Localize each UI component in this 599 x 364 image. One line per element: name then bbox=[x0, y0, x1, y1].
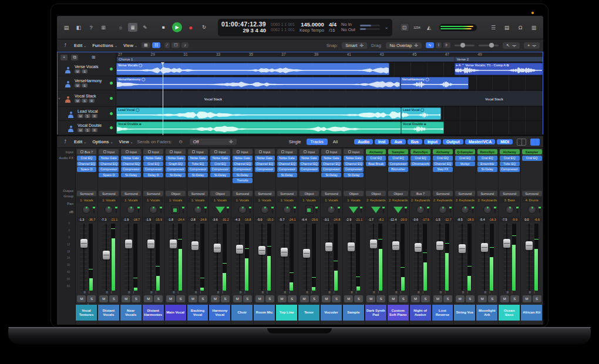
mute-button[interactable]: M bbox=[366, 295, 375, 302]
mute-button[interactable]: M bbox=[166, 295, 175, 302]
inspector-icon[interactable]: ◧ bbox=[74, 23, 83, 32]
fx-slot[interactable]: Channel EQ bbox=[77, 161, 97, 167]
fader-cap[interactable] bbox=[392, 241, 399, 250]
sends-power-icon[interactable]: ⏻ bbox=[176, 137, 186, 146]
browsers-icon[interactable]: ▥ bbox=[529, 23, 539, 32]
solo-button[interactable]: S bbox=[82, 83, 88, 87]
filter-output-button[interactable]: Output bbox=[443, 139, 463, 144]
volume-fader[interactable] bbox=[124, 224, 132, 291]
peak-db-value[interactable]: -9.9 bbox=[510, 217, 519, 222]
channel-strip[interactable]: Input Noise GateChannel EQCompressorSt-D… bbox=[231, 148, 254, 325]
mute-button[interactable]: M bbox=[500, 295, 509, 302]
fader-cap[interactable] bbox=[325, 242, 332, 251]
volume-fader[interactable] bbox=[102, 224, 110, 291]
input-monitor-letter[interactable]: I bbox=[267, 291, 267, 295]
group-slot[interactable]: 1: Vocals bbox=[143, 197, 163, 203]
output-slot[interactable]: Surround bbox=[77, 191, 97, 196]
region[interactable]: Lead Vocal ◯ bbox=[401, 107, 441, 120]
input-slot[interactable]: Sampler bbox=[522, 149, 542, 154]
group-slot[interactable]: 2: Keyboards bbox=[388, 197, 408, 203]
channel-strip[interactable]: Input Noise GateChannel EQCompressorSt-D… bbox=[276, 148, 298, 325]
edit-tool-button-1[interactable]: ☐ bbox=[171, 42, 180, 48]
fx-slot[interactable]: Channel EQ bbox=[121, 161, 141, 167]
input-slot[interactable]: Input bbox=[344, 149, 364, 154]
fader-cap[interactable] bbox=[303, 249, 310, 258]
channel-strip[interactable]: Input Noise GateChannel EQCompressor Obj… bbox=[298, 148, 321, 325]
channel-strip[interactable]: Alchemy Cnsl EQBeat Break Object 2: Keyb… bbox=[365, 148, 388, 325]
fader-cap[interactable] bbox=[348, 242, 355, 251]
channel-name-plate[interactable]: Choir bbox=[231, 305, 253, 321]
input-slot[interactable]: Bus 7 bbox=[77, 149, 97, 154]
lcd-chevron[interactable]: ⌄ bbox=[385, 25, 389, 30]
input-monitor-letter[interactable]: I bbox=[511, 291, 512, 295]
play-button[interactable]: ▶ bbox=[172, 22, 182, 32]
volume-fader[interactable] bbox=[325, 224, 332, 291]
duplicate-track-button[interactable]: ⧉ bbox=[70, 54, 79, 61]
output-slot[interactable]: Surround bbox=[500, 191, 520, 196]
fader-cap[interactable] bbox=[214, 244, 221, 252]
fx-slot[interactable]: Channel EQ bbox=[233, 161, 253, 167]
solo-button[interactable]: S bbox=[488, 295, 497, 302]
fx-slot[interactable]: Channel EQ bbox=[300, 161, 319, 167]
fx-slot[interactable]: Tube EQ bbox=[188, 161, 208, 167]
group-slot[interactable]: 1: Vocals bbox=[121, 197, 141, 203]
solo-button[interactable]: S bbox=[288, 295, 297, 302]
output-slot[interactable]: Surround bbox=[143, 191, 163, 196]
solo-button[interactable]: S bbox=[176, 295, 185, 302]
metronome-button[interactable]: ◭ bbox=[425, 23, 434, 32]
fx-slot[interactable]: St-Delay bbox=[233, 173, 253, 178]
fx-slot[interactable]: Compressor bbox=[121, 167, 141, 172]
track-lane[interactable]: Lead Vocal ◯Lead Vocal ◯ bbox=[116, 107, 543, 121]
channel-strip[interactable]: Sampler Cnsl EQCompressorBitcrusher Obje… bbox=[388, 148, 410, 325]
group-slot[interactable]: 1: Vocals bbox=[99, 197, 119, 203]
fx-slot[interactable]: Channel EQ bbox=[344, 161, 364, 167]
fader-cap[interactable] bbox=[281, 248, 288, 257]
fader-cap[interactable] bbox=[170, 240, 177, 248]
pan-control[interactable] bbox=[99, 204, 119, 215]
pan-control[interactable] bbox=[143, 204, 163, 215]
mute-button[interactable]: M bbox=[189, 295, 197, 302]
track-name[interactable]: Vocal Double bbox=[78, 123, 102, 127]
pan-control[interactable] bbox=[410, 204, 430, 215]
mixer-options-menu[interactable]: Options ⌄ bbox=[92, 139, 113, 144]
mute-button[interactable]: M bbox=[233, 295, 242, 302]
record-enable-letter[interactable]: R bbox=[150, 291, 152, 295]
pan-control[interactable] bbox=[121, 204, 141, 215]
channel-strip[interactable]: Input Noise GateCnsl EQCompressorDelay D… bbox=[143, 148, 165, 325]
record-enable-letter[interactable]: R bbox=[507, 291, 509, 295]
fx-slot[interactable]: Noise Gate bbox=[321, 156, 341, 161]
channel-name-plate[interactable]: Ocean Bass bbox=[499, 305, 520, 321]
fx-slot[interactable]: Tremolo bbox=[233, 178, 253, 183]
input-slot[interactable]: Input bbox=[321, 149, 341, 154]
fx-slot[interactable]: Step FX bbox=[433, 167, 453, 172]
peak-db-value[interactable]: -21.1 bbox=[109, 217, 119, 222]
fx-slot[interactable]: St-Delay bbox=[321, 173, 341, 178]
fx-slot[interactable]: St-Delay bbox=[188, 173, 208, 178]
channel-name-plate[interactable]: Vocoder bbox=[321, 305, 342, 321]
mixer-view-tracks-button[interactable]: Tracks bbox=[307, 139, 328, 145]
sends-select[interactable]: Off⇕ bbox=[190, 139, 237, 145]
solo-button[interactable]: S bbox=[243, 295, 252, 302]
fader-cap[interactable] bbox=[125, 240, 132, 248]
peak-db-value[interactable]: -15.0 bbox=[265, 217, 274, 222]
volume-fader[interactable] bbox=[369, 224, 377, 291]
input-monitor-letter[interactable]: I bbox=[467, 291, 467, 295]
input-slot[interactable]: Input bbox=[300, 149, 319, 154]
record-enable-letter[interactable]: R bbox=[307, 291, 308, 295]
peak-db-value[interactable]: -28.0 bbox=[465, 217, 475, 222]
arrangement-marker[interactable]: Chorus 1 bbox=[116, 57, 455, 62]
fx-slot[interactable]: Cnsl EQ bbox=[500, 156, 520, 161]
mute-button[interactable]: M bbox=[300, 295, 309, 302]
solo-button[interactable]: S bbox=[198, 295, 207, 302]
mixer-view-menu[interactable]: View ⌄ bbox=[119, 139, 133, 144]
group-slot[interactable]: 1: Vocals bbox=[321, 197, 341, 203]
output-slot[interactable]: Object bbox=[388, 191, 408, 196]
region[interactable]: Vocal Stack bbox=[455, 91, 543, 106]
record-enable-letter[interactable]: R bbox=[440, 291, 442, 295]
fx-slot[interactable]: Graph EQ bbox=[166, 161, 186, 167]
fx-slot[interactable]: Chromaverb bbox=[410, 161, 430, 167]
fx-slot[interactable]: Compressor bbox=[255, 167, 275, 172]
pan-control[interactable] bbox=[477, 204, 497, 215]
fx-slot[interactable]: Cnsl EQ bbox=[388, 156, 408, 161]
mixer-view-all-button[interactable]: All bbox=[329, 139, 342, 145]
